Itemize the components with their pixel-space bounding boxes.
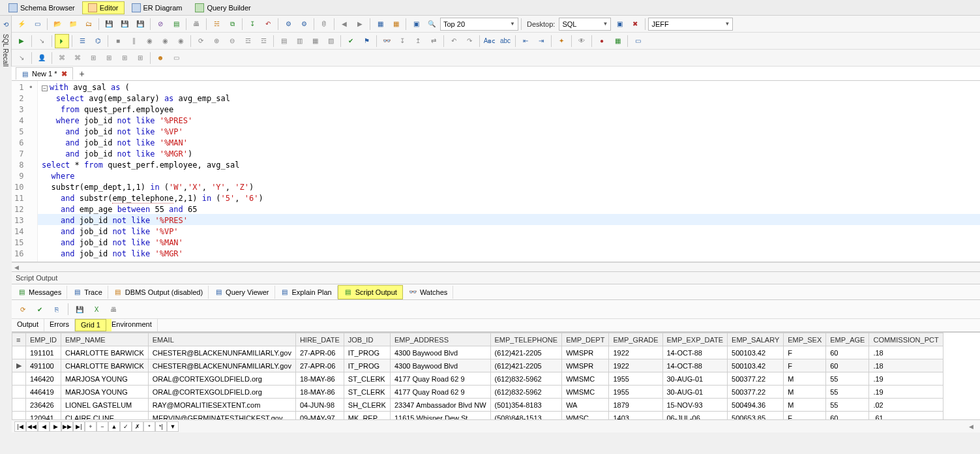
subtab-messages[interactable]: ▤Messages [12,286,67,299]
table-row[interactable]: 446419MARJOSA YOUNGORAL@CORTEXGOLDFIELD.… [12,386,943,399]
cell[interactable]: 500494.36 [728,399,784,412]
subtab-explain[interactable]: ▤Explain Plan [275,286,338,299]
ot-check[interactable]: ✔ [33,302,47,316]
results-grid[interactable]: ≡EMP_IDEMP_NAMEEMAILHIRE_DATEJOB_IDEMP_A… [12,333,943,419]
cell[interactable]: 491100 [26,359,61,372]
cell[interactable]: 09-MAY-97 [295,412,344,420]
cell[interactable]: 60 [826,412,869,420]
cell[interactable]: 500653.85 [728,412,784,420]
cell[interactable]: 1922 [609,346,662,359]
r3-5[interactable]: ⊞ [102,51,116,65]
rollback-button[interactable]: ↶ [261,17,275,31]
cell[interactable]: .02 [869,399,943,412]
cell[interactable]: 236426 [26,399,61,412]
cell[interactable]: CHESTER@BLACKENUNFAMILIARLY.gov [148,359,295,372]
bp3-button[interactable]: ◉ [173,34,188,48]
highlight-button[interactable]: ☵ [209,17,224,31]
cell[interactable]: F [784,359,826,372]
plsql-button[interactable]: ▦ [373,17,387,31]
ot-refresh[interactable]: ⟳ [16,302,30,316]
misc2[interactable]: ⊕ [209,34,224,48]
cell[interactable]: 1955 [609,386,662,399]
replace-button[interactable]: ⇄ [426,34,441,48]
bp2-button[interactable]: ◉ [158,34,172,48]
table-row[interactable]: ▶491100CHARLOTTE BARWICKCHESTER@BLACKENU… [12,359,943,372]
r3-4[interactable]: ⊞ [86,51,100,65]
cell[interactable]: M [784,386,826,399]
eye-button[interactable]: 👁 [574,34,589,48]
cell[interactable]: (612)832-5962 [490,372,562,386]
col-header[interactable]: EMP_EXP_DATE [662,333,728,346]
cell[interactable]: IT_PROG [344,359,390,372]
open-folder-button[interactable]: 📂 [50,17,65,31]
close-tab-button[interactable]: ✖ [60,70,68,78]
cell[interactable]: F [784,412,826,420]
cell[interactable]: WA [562,399,609,412]
format-button[interactable]: ✦ [554,34,569,48]
code-editor[interactable]: 1 • 2 3 4 5 6 7 8 9 10 11 12 13 14 15 16… [12,81,980,262]
cell[interactable]: 04-JUN-98 [295,399,344,412]
code-body[interactable]: −with avg_sal as ( select avg(emp_salary… [38,81,980,262]
cell[interactable]: WMSMC [562,386,609,399]
find-next-button[interactable]: ↧ [395,34,409,48]
top-dropdown[interactable]: Top 20▼ [440,18,518,31]
subtab-dbms[interactable]: ▤DBMS Output (disabled) [108,286,209,299]
cell[interactable]: WMSMC [562,372,609,386]
editor-tab-new1[interactable]: ▤ New 1 * ✖ [16,67,73,80]
cell[interactable]: (508)848-1513 [490,412,562,420]
folder-group-button[interactable]: 🗂 [82,17,96,31]
cell[interactable]: .19 [869,372,943,386]
col-header[interactable]: EMP_SEX [784,333,826,346]
nav-schema-browser[interactable]: Schema Browser [3,1,81,14]
table-row[interactable]: 191101CHARLOTTE BARWICKCHESTER@BLACKENUN… [12,346,943,359]
case-button[interactable]: Aʙᴄ [483,34,497,48]
cell[interactable]: CHESTER@BLACKENUNFAMILIARLY.gov [148,346,295,359]
cell[interactable]: .18 [869,346,943,359]
cell[interactable]: IT_PROG [344,346,390,359]
cell[interactable]: .18 [869,359,943,372]
cell[interactable]: 191101 [26,346,61,359]
bug-button[interactable]: ● [595,34,609,48]
side-sql-recall[interactable]: ⟲ SQL Recall [0,16,12,67]
cell[interactable]: M [784,399,826,412]
misc8[interactable]: ▦ [308,34,322,48]
cell[interactable]: ORAL@CORTEXGOLDFIELD.org [148,386,295,399]
ot-save[interactable]: 💾 [72,302,87,316]
col-header[interactable]: COMMISSION_PCT [869,333,943,346]
cell[interactable]: SH_CLERK [344,399,390,412]
cell[interactable]: 4177 Quay Road 62 9 [390,372,490,386]
bottab-env[interactable]: Environment [106,319,158,331]
cell[interactable]: M [784,372,826,386]
r3-2[interactable]: ⌘ [55,51,69,65]
cell[interactable]: 30-AUG-01 [662,372,728,386]
col-header[interactable]: EMP_TELEPHONE [490,333,562,346]
sql-button[interactable]: ▭ [30,17,44,31]
col-header[interactable]: EMP_GRADE [609,333,662,346]
code-hscroll[interactable]: ◀ [12,262,980,271]
cell[interactable]: ORAL@CORTEXGOLDFIELD.org [148,372,295,386]
save-all-button[interactable]: 💾 [117,17,132,31]
folder-drop-button[interactable]: 📁 [66,17,80,31]
cell[interactable]: WMSPR [562,359,609,372]
subtab-watches[interactable]: 👓Watches [403,286,453,299]
win-button[interactable]: ▭ [631,34,645,48]
misc4[interactable]: ☲ [241,34,255,48]
cell[interactable]: 1922 [609,359,662,372]
run-script-button[interactable]: ⏵ [55,34,69,48]
cell[interactable]: 1879 [609,399,662,412]
cell[interactable]: .19 [869,386,943,399]
cell[interactable]: (612)832-5962 [490,386,562,399]
grid-nav-button[interactable]: ▶| [73,421,85,432]
cell[interactable]: CHARLOTTE BARWICK [61,359,148,372]
cell[interactable]: 500377.22 [728,372,784,386]
cell[interactable]: 14-OCT-88 [662,359,728,372]
struct-button[interactable]: ☰ [75,34,89,48]
col-header[interactable]: HIRE_DATE [295,333,344,346]
cell[interactable]: 27-APR-06 [295,346,344,359]
cell[interactable]: 500377.22 [728,386,784,399]
compile-button[interactable]: ⚙ [281,17,295,31]
col-header[interactable]: EMAIL [148,333,295,346]
indent-button[interactable]: ⇤ [518,34,533,48]
desk-btn2[interactable]: ✖ [628,17,642,31]
col-header[interactable]: EMP_SALARY [728,333,784,346]
